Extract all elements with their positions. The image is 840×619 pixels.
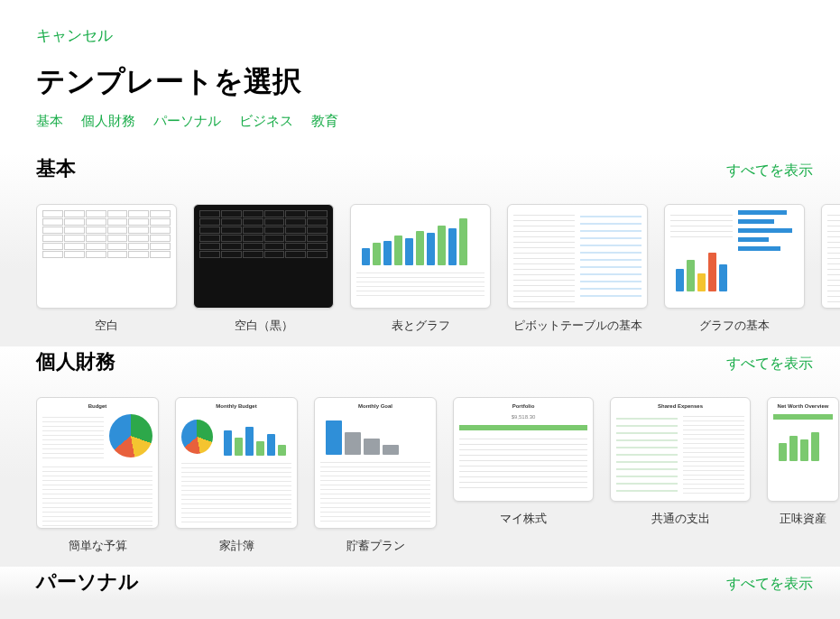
category-personal: パーソナル すべてを表示: [0, 567, 840, 619]
page-title: テンプレートを選択: [36, 62, 804, 102]
template-pivot-basics-label: ピボットテーブルの基本: [507, 318, 648, 334]
template-net-worth-label: 正味資産: [767, 511, 839, 527]
template-shared-expenses[interactable]: Shared Expenses 共通の支出: [610, 397, 751, 554]
template-shared-expenses-label: 共通の支出: [610, 511, 751, 527]
category-finance-title: 個人財務: [36, 348, 115, 375]
template-chart-basics-label: グラフの基本: [664, 318, 805, 334]
category-finance-showall[interactable]: すべてを表示: [726, 355, 813, 374]
tab-personal-finance[interactable]: 個人財務: [81, 113, 135, 130]
template-blank-label: 空白: [36, 318, 177, 334]
template-household-budget-label: 家計簿: [175, 538, 298, 554]
template-table-chart-label: 表とグラフ: [350, 318, 491, 334]
category-personal-showall[interactable]: すべてを表示: [726, 575, 813, 594]
template-household-budget[interactable]: Monthly Budget 家計簿: [175, 397, 298, 554]
template-table-chart[interactable]: 表とグラフ: [350, 204, 491, 334]
category-finance: 個人財務 すべてを表示 Budget 簡単な予算 Monthly Budget: [0, 346, 840, 567]
tab-business[interactable]: ビジネス: [239, 113, 293, 130]
template-chart-basics[interactable]: グラフの基本: [664, 204, 805, 334]
tab-education[interactable]: 教育: [311, 113, 338, 130]
cancel-button[interactable]: キャンセル: [36, 25, 804, 46]
template-net-worth[interactable]: Net Worth Overview 正味資産: [767, 397, 839, 554]
category-basic: 基本 すべてを表示 空白 空白（黒） 表とグラフ: [0, 153, 840, 346]
template-savings-plan-label: 貯蓄プラン: [314, 538, 437, 554]
template-savings-plan[interactable]: Monthly Goal 貯蓄プラン: [314, 397, 437, 554]
category-personal-title: パーソナル: [36, 568, 139, 596]
template-simple-budget-label: 簡単な予算: [36, 538, 159, 554]
template-pivot-basics[interactable]: ピボットテーブルの基本: [507, 204, 648, 334]
template-overflow-basic[interactable]: [821, 204, 840, 334]
template-blank[interactable]: 空白: [36, 204, 177, 334]
tab-basic[interactable]: 基本: [36, 113, 63, 130]
category-tabs: 基本 個人財務 パーソナル ビジネス 教育: [36, 113, 804, 130]
category-basic-showall[interactable]: すべてを表示: [726, 162, 813, 180]
category-basic-title: 基本: [36, 155, 76, 182]
template-my-stocks-label: マイ株式: [453, 511, 594, 527]
template-blank-black[interactable]: 空白（黒）: [193, 204, 334, 334]
template-blank-black-label: 空白（黒）: [193, 318, 334, 334]
template-simple-budget[interactable]: Budget 簡単な予算: [36, 397, 159, 554]
template-my-stocks[interactable]: Portfolio $9,518.30 マイ株式: [453, 397, 594, 554]
tab-personal[interactable]: パーソナル: [153, 113, 221, 130]
